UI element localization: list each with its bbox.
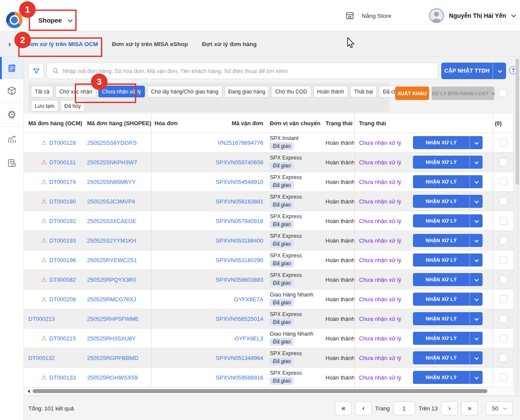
status-filter-chip[interactable]: Hoàn thành [313,86,348,97]
accept-process-button[interactable]: NHẬN XỬ LÝ [413,156,483,169]
accept-process-dropdown[interactable] [470,234,483,247]
ocm-order-link[interactable]: DT000213 [28,316,55,322]
sidebar-item-settings[interactable]: ⚙ [0,103,23,127]
accept-process-dropdown[interactable] [470,293,483,306]
accept-process-button[interactable]: NHẬN XỬ LÝ [413,234,483,247]
store-selector[interactable]: Nắng Store [345,0,391,31]
shopee-order-link[interactable]: 250525S3XCAEGE [87,218,136,224]
row-checkbox[interactable] [500,197,507,205]
status-filter-chip[interactable]: Đang giao hàng [225,86,269,97]
status-filter-chip[interactable]: Chờ lấy hàng/Chờ giao hàng [147,86,222,97]
ocm-order-link[interactable]: DT000180 [50,198,76,205]
row-checkbox[interactable] [500,295,507,303]
tracking-link[interactable]: SPXVN053180290 [216,257,263,263]
accept-process-dropdown[interactable] [470,253,483,267]
export-button[interactable]: XUẤT KHẨU [395,87,429,100]
tab[interactable]: Đơn xử lý trên MISA OCM [26,41,98,47]
accept-process-dropdown[interactable] [470,175,483,188]
shopee-order-link[interactable]: 250525SNKPH3W7 [87,159,137,166]
row-checkbox[interactable] [500,139,507,147]
prev-page-button[interactable]: ‹ [355,401,372,415]
ocm-order-link[interactable]: DT000208 [50,296,76,303]
accept-process-dropdown[interactable] [470,371,483,384]
tracking-link[interactable]: SPXVN058603883 [216,277,263,283]
row-checkbox[interactable] [500,334,507,342]
status-filter-chip[interactable]: Chờ thu COD [271,86,311,97]
sidebar-collapse-button[interactable]: › [8,39,11,49]
accept-process-dropdown[interactable] [470,312,483,325]
accept-process-button[interactable]: NHẬN XỬ LÝ [413,351,483,364]
accept-process-button[interactable]: NHẬN XỬ LÝ [413,273,483,286]
user-menu[interactable]: Nguyễn Thị Hải Yến [429,0,515,31]
accept-process-button[interactable]: NHẬN XỬ LÝ [413,312,483,325]
status-filter-chip[interactable]: Tất cả [31,86,53,97]
status-filter-chip[interactable]: Lưu tạm [31,100,58,112]
shopee-order-link[interactable]: 250525RPQYX3R0 [87,277,136,283]
tracking-link[interactable]: GYFX6E7A [234,296,263,303]
tracking-link[interactable]: SPXVN057940918 [216,218,263,224]
ocm-order-link[interactable]: DT000192 [50,218,76,224]
ocm-order-link[interactable]: DT000133 [50,374,76,381]
row-checkbox[interactable] [500,354,507,362]
accept-process-button[interactable]: NHẬN XỬ LÝ [413,332,483,345]
shopee-order-link[interactable]: 250525RHPSFWME [87,316,139,322]
ocm-order-link[interactable]: DT000193 [50,237,76,244]
horizontal-scrollbar-thumb[interactable] [33,389,487,393]
ocm-order-link[interactable]: DT000132 [28,355,55,361]
accept-process-button[interactable]: NHẬN XỬ LÝ [413,371,483,384]
row-checkbox[interactable] [500,276,507,283]
select-all-checkbox[interactable] [499,89,507,97]
ocm-order-link[interactable]: DT000082 [50,277,76,283]
accept-process-dropdown[interactable] [470,156,483,169]
row-checkbox[interactable] [500,256,507,264]
vertical-scrollbar-thumb[interactable] [516,59,519,185]
accept-process-button[interactable]: NHẬN XỬ LÝ [413,253,483,267]
advanced-filter-button[interactable] [28,63,44,79]
page-size-select[interactable]: 50 [486,401,513,415]
status-filter-chip[interactable]: Chưa nhận xử lý [98,86,145,97]
accept-process-dropdown[interactable] [470,332,483,345]
row-checkbox[interactable] [500,373,507,381]
accept-process-dropdown[interactable] [470,214,483,227]
accept-process-button[interactable]: NHẬN XỬ LÝ [413,214,483,227]
shopee-order-link[interactable]: 250525SJC3MVP4 [87,198,135,205]
accept-process-button[interactable]: NHẬN XỬ LÝ [413,136,483,149]
accept-process-button[interactable]: NHẬN XỬ LÝ [413,175,483,188]
tab[interactable]: Đợt xử lý đơn hàng [202,41,257,47]
accept-process-dropdown[interactable] [470,195,483,208]
tracking-link[interactable]: SPXVN051348964 [216,355,263,361]
shopee-order-link[interactable]: 250525SS6YDGRS [87,140,137,146]
tracking-link[interactable]: VN251676694776 [218,140,263,146]
sidebar-item-reports[interactable] [0,151,23,175]
tracking-link[interactable]: SPXVN054548910 [216,179,263,185]
ocm-order-link[interactable]: DT000215 [50,335,76,342]
ocm-order-link[interactable]: DT000128 [50,140,76,146]
last-page-button[interactable]: » [461,401,478,415]
status-filter-chip[interactable]: Chờ xác nhận [55,86,96,97]
tracking-link[interactable]: SPXVN059740656 [216,159,263,166]
accept-process-button[interactable]: NHẬN XỬ LÝ [413,293,483,306]
shopee-order-link[interactable]: 250525RH3SXU8Y [87,335,136,342]
row-checkbox[interactable] [500,315,507,323]
tracking-link[interactable]: SPXVN056163881 [216,198,263,205]
shopee-order-link[interactable]: 250525RGPPBBMD [87,355,138,361]
shopee-order-link[interactable]: 250525RMCG76XJ [87,296,136,303]
row-checkbox[interactable] [500,237,507,244]
tracking-link[interactable]: SPXVN059588916 [216,374,263,381]
scroll-left-arrow-icon[interactable] [26,390,30,393]
status-filter-chip[interactable]: Đã hủy [60,100,85,112]
shopee-order-link[interactable]: 250525RGHWSX59 [87,374,138,381]
shopee-order-link[interactable]: 250525SN65M6YY [87,179,135,185]
ocm-order-link[interactable]: DT000174 [50,179,76,185]
next-page-button[interactable]: › [441,401,458,415]
update-ttdh-dropdown[interactable] [493,63,506,79]
shopee-order-link[interactable]: 250525S2YYM1KH [87,237,136,244]
row-checkbox[interactable] [500,158,507,166]
update-ttdh-button[interactable]: CẬP NHẬT TTDH [441,63,506,79]
sidebar-item-analytics[interactable] [0,127,23,151]
ocm-order-link[interactable]: DT000131 [50,159,76,166]
sidebar-item-products[interactable] [0,79,23,103]
row-checkbox[interactable] [500,217,507,225]
first-page-button[interactable]: « [335,401,352,415]
accept-process-dropdown[interactable] [470,273,483,286]
